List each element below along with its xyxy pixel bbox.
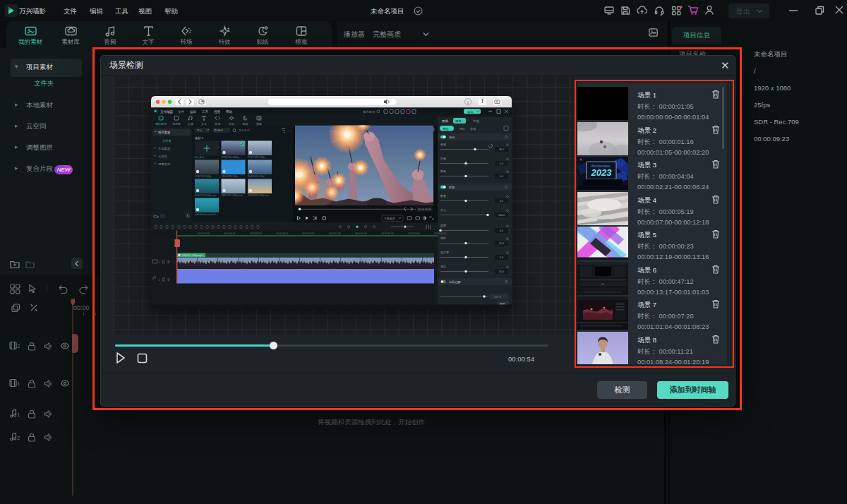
svg-text:videoblocks-aerial-d...: videoblocks-aerial-d...	[195, 213, 217, 216]
svg-text:0.0: 0.0	[500, 229, 503, 232]
svg-text:00:00:12:00: 00:00:12:00	[329, 232, 341, 235]
svg-text:100 %: 100 %	[494, 296, 502, 299]
svg-text:搜索素材: 搜索素材	[239, 128, 250, 132]
svg-text:透光: 透光	[440, 265, 446, 268]
svg-text:大小: 大小	[440, 208, 446, 212]
svg-text:导入: 导入	[197, 128, 203, 132]
svg-text:圆度: 圆度	[440, 224, 446, 227]
svg-text:万兴喵影: 万兴喵影	[160, 109, 174, 114]
svg-text:基础: 基础	[443, 127, 448, 131]
svg-text:0.0: 0.0	[500, 175, 503, 178]
svg-text:2: 2	[17, 343, 20, 349]
svg-text:黑色: 黑色	[440, 169, 446, 173]
svg-text:2: 2	[17, 435, 20, 441]
svg-text:转场: 转场	[215, 122, 221, 126]
svg-text:文件夹: 文件夹	[162, 139, 172, 143]
svg-text:羽化: 羽化	[440, 236, 446, 240]
svg-text:2023: 2023	[591, 167, 613, 178]
svg-text:100.0: 100.0	[498, 214, 505, 217]
svg-text:特效: 特效	[228, 122, 234, 126]
svg-text:导入素材: 导入素材	[195, 156, 205, 159]
svg-text:文字: 文字	[201, 122, 207, 126]
svg-text:白色: 白色	[440, 157, 446, 160]
svg-text:曝光度: 曝光度	[440, 251, 449, 254]
svg-text:数量: 数量	[440, 194, 446, 198]
svg-text:素材库: 素材库	[172, 122, 181, 126]
svg-text:⋯: ⋯	[288, 128, 292, 133]
svg-text:13870003-108p.mov: 13870003-108p.mov	[248, 194, 270, 197]
svg-text:00:00:16:00: 00:00:16:00	[381, 232, 393, 235]
svg-text:38855281-108p.mov: 38855281-108p.mov	[222, 194, 244, 197]
svg-text:HSL: HSL	[459, 127, 466, 131]
svg-text:模板: 模板	[256, 122, 262, 126]
svg-text:24465212-1080p.mp4: 24465212-1080p.mp4	[182, 254, 203, 257]
svg-text:0.0: 0.0	[500, 200, 503, 203]
svg-text:调色: 调色	[455, 119, 462, 123]
svg-text:23947116-108p...: 23947116-108p...	[195, 175, 213, 178]
svg-text:文件: 文件	[178, 110, 185, 114]
svg-text:曲线: 曲线	[470, 127, 476, 131]
svg-text:素材: 素材	[217, 128, 223, 132]
svg-text:00:00:08:00: 00:00:08:00	[276, 232, 288, 235]
svg-text:55607723-108p.mov: 55607723-108p.mov	[195, 194, 217, 197]
svg-text:50.0: 50.0	[499, 270, 504, 273]
svg-text:00:00:06:00: 00:00:06:00	[250, 232, 262, 235]
svg-text:色温: 色温	[440, 143, 446, 146]
svg-text:1: 1	[17, 380, 20, 387]
svg-text:我的素材: 我的素材	[155, 122, 167, 126]
svg-text:工具: 工具	[202, 109, 209, 114]
svg-text:光色: 光色	[449, 136, 455, 139]
svg-text:帮助: 帮助	[226, 109, 233, 114]
svg-text:导出: 导出	[467, 110, 474, 114]
svg-text:0.0: 0.0	[500, 162, 503, 165]
svg-text:暗角: 暗角	[449, 186, 455, 189]
svg-text:24165268-108p...: 24165268-108p...	[222, 175, 240, 178]
svg-text:i: i	[467, 100, 469, 105]
svg-text:00:00:04:00: 00:00:04:00	[224, 232, 236, 235]
svg-text:00:00:18:00: 00:00:18:00	[408, 232, 420, 235]
svg-text:38.7: 38.7	[499, 148, 504, 151]
svg-text:音频: 音频	[188, 122, 193, 126]
svg-text:00:00:10:00: 00:00:10:00	[303, 232, 315, 235]
svg-text:完整画质: 完整画质	[384, 217, 395, 220]
svg-text:0.0: 0.0	[500, 256, 503, 259]
svg-text:56805526-108p..: 56805526-108p..	[248, 175, 265, 178]
svg-text:图像: 图像	[442, 119, 448, 123]
svg-text:00:00:00:00: 00:00:00:00	[418, 208, 431, 211]
svg-text:50.0: 50.0	[499, 242, 504, 245]
svg-text:72877,692-108p...: 72877,692-108p...	[248, 156, 267, 159]
svg-text:00:00:20:00: 00:00:20:00	[434, 232, 446, 235]
svg-text:00:00:14:00: 00:00:14:00	[355, 232, 367, 235]
svg-text:Wondershare: Wondershare	[591, 164, 611, 168]
svg-text:调整图层: 调整图层	[158, 162, 171, 166]
svg-text:贴纸: 贴纸	[243, 122, 248, 126]
svg-text:变速: 变速	[473, 119, 479, 123]
svg-text:76691723-1080p...: 76691723-1080p...	[222, 156, 241, 159]
svg-text:00:00:02:00: 00:00:02:00	[197, 232, 209, 235]
svg-text:编辑: 编辑	[190, 110, 197, 114]
svg-text:1: 1	[17, 412, 20, 418]
svg-text:视图: 视图	[214, 109, 220, 114]
